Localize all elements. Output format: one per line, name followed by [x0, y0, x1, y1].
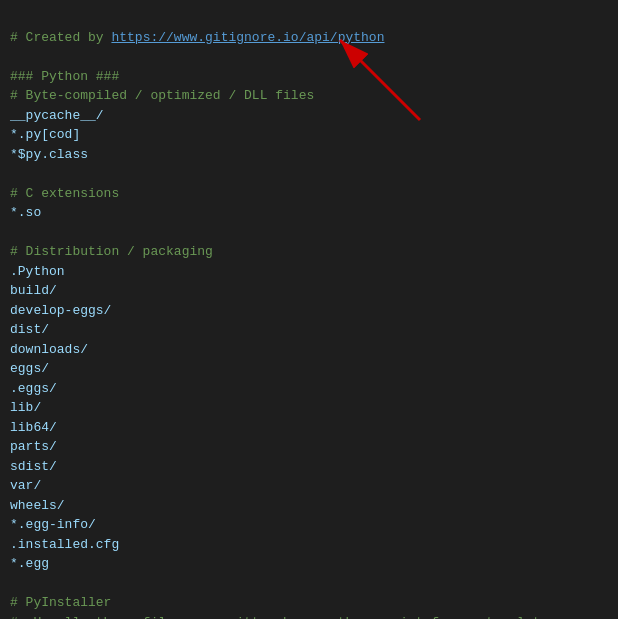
code-line: downloads/: [10, 340, 608, 360]
code-line: __pycache__/: [10, 106, 608, 126]
code-line: sdist/: [10, 457, 608, 477]
code-line: dist/: [10, 320, 608, 340]
code-line: # Created by https://www.gitignore.io/ap…: [10, 28, 608, 48]
code-line: *.so: [10, 203, 608, 223]
code-line: [10, 164, 608, 184]
code-line: # Byte-compiled / optimized / DLL files: [10, 86, 608, 106]
code-line: .eggs/: [10, 379, 608, 399]
code-line: *.py[cod]: [10, 125, 608, 145]
code-line: ### Python ###: [10, 67, 608, 87]
code-line: # Distribution / packaging: [10, 242, 608, 262]
code-block: # Created by https://www.gitignore.io/ap…: [0, 0, 618, 619]
code-line: parts/: [10, 437, 608, 457]
code-line: build/: [10, 281, 608, 301]
code-line: *.egg-info/: [10, 515, 608, 535]
code-line: .installed.cfg: [10, 535, 608, 555]
code-line: *.egg: [10, 554, 608, 574]
code-line: eggs/: [10, 359, 608, 379]
code-line: [10, 223, 608, 243]
code-line: [10, 47, 608, 67]
code-line: wheels/: [10, 496, 608, 516]
code-line: lib64/: [10, 418, 608, 438]
code-line: [10, 574, 608, 594]
code-line: var/: [10, 476, 608, 496]
code-line: .Python: [10, 262, 608, 282]
code-line: lib/: [10, 398, 608, 418]
code-line: # C extensions: [10, 184, 608, 204]
code-line: *$py.class: [10, 145, 608, 165]
code-line: # Usually these files are written by a p…: [10, 613, 608, 620]
code-line: # PyInstaller: [10, 593, 608, 613]
code-line: develop-eggs/: [10, 301, 608, 321]
